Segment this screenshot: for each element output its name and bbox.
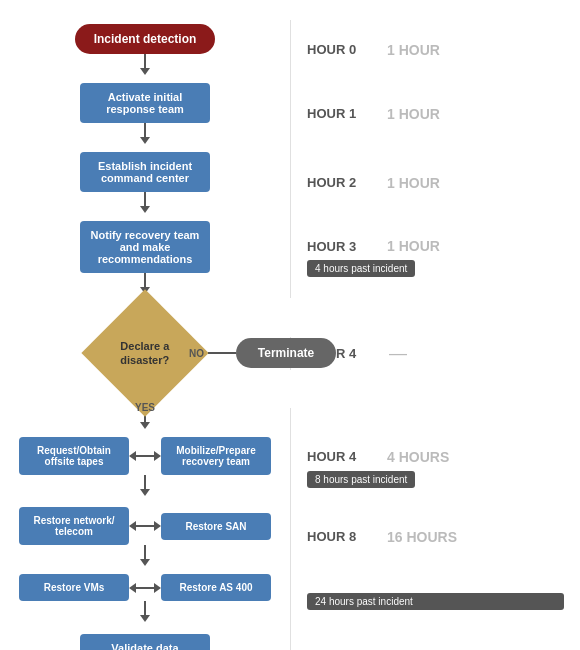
dash-4: — [389,343,407,364]
side-nodes-5: Request/Obtain offsite tapes Mobilize/Pr… [0,437,290,475]
activate-node: Activate initial response team [80,83,210,123]
tl-left-6: Restore network/ telecom Restore SAN [0,503,290,570]
timeline-row-1: Activate initial response team HOUR 1 1 … [0,79,580,148]
hour-row-6: HOUR 8 16 HOURS [307,529,564,545]
hour-row-0: HOUR 0 1 HOUR [307,42,564,58]
tl-left-0: Incident detection [0,20,290,79]
tl-left-3: Notify recovery team and make recommenda… [0,217,290,298]
restore-net-node: Restore network/ telecom [19,507,129,545]
tl-left-2: Establish incident command center [0,148,290,217]
double-line-5 [136,455,154,457]
restore-vms-node: Restore VMs [19,574,129,601]
terminate-node: Terminate [236,338,336,368]
yes-label: YES [135,402,155,413]
notify-node: Notify recovery team and make recommenda… [80,221,210,273]
timeline-row-6: Restore network/ telecom Restore SAN HOU… [0,503,580,570]
hour-row-1: HOUR 1 1 HOUR [307,106,564,122]
restore-as-node: Restore AS 400 [161,574,271,601]
tl-left-7: Restore VMs Restore AS 400 [0,570,290,630]
no-connector [208,352,236,354]
double-line-6 [136,525,154,527]
timeline-row-2: Establish incident command center HOUR 2… [0,148,580,217]
badge-7: 24 hours past incident [307,593,564,610]
right-arrow-6 [154,521,161,531]
arrow-2 [140,206,150,213]
tl-left-1: Activate initial response team [0,79,290,148]
tl-right-8: HOUR 24 10 HOURS [290,630,580,650]
hour-row-4: HOUR 4 — [307,343,564,364]
tl-left-5: Request/Obtain offsite tapes Mobilize/Pr… [0,433,290,503]
connector-1 [144,123,146,137]
tl-left-8: Validate data integrity [0,630,290,650]
yes-connector-right [290,408,580,433]
tl-right-0: HOUR 0 1 HOUR [290,20,580,79]
arrow-7 [140,615,150,622]
hour-row-2: HOUR 2 1 HOUR [307,175,564,191]
tl-right-2: HOUR 2 1 HOUR [290,148,580,217]
main-container: Incident detection HOUR 0 1 HOUR Activat… [0,0,580,650]
no-label: NO [189,348,204,359]
tl-right-1: HOUR 1 1 HOUR [290,79,580,148]
tl-left-4: Declare a disaster? NO Terminate YES [0,298,290,408]
connector-2 [144,192,146,206]
connector-3 [144,273,146,287]
arrow-0 [140,68,150,75]
request-node: Request/Obtain offsite tapes [19,437,129,475]
timeline-row-3: Notify recovery team and make recommenda… [0,217,580,298]
side-nodes-6: Restore network/ telecom Restore SAN [0,507,290,545]
timeline-row-0: Incident detection HOUR 0 1 HOUR [0,20,580,79]
left-arrow-5 [129,451,136,461]
connector-6 [144,545,146,559]
hour-row-3: HOUR 3 1 HOUR [307,238,564,254]
hour-label-0: HOUR 0 [307,42,377,57]
hour-row-5: HOUR 4 4 HOURS [307,449,564,465]
incident-node: Incident detection [75,24,215,54]
hours-value-2: 1 HOUR [387,175,440,191]
hour-label-1: HOUR 1 [307,106,377,121]
tl-right-7: 24 hours past incident [290,570,580,630]
right-arrow-5 [154,451,161,461]
connector-7 [144,601,146,615]
hours-value-1: 1 HOUR [387,106,440,122]
connector-5 [144,475,146,489]
hours-value-6: 16 HOURS [387,529,457,545]
hour-label-2: HOUR 2 [307,175,377,190]
timeline-row-5: Request/Obtain offsite tapes Mobilize/Pr… [0,433,580,503]
tl-right-3: HOUR 3 1 HOUR 4 hours past incident [290,217,580,298]
validate-data-node: Validate data integrity [80,634,210,650]
badge-5: 8 hours past incident [307,471,415,488]
yes-connector-row [0,408,580,433]
declare-text: Declare a disaster? [105,339,185,368]
timeline-row-8: Validate data integrity HOUR 24 10 HOURS [0,630,580,650]
arrow-1 [140,137,150,144]
hours-value-3: 1 HOUR [387,238,440,254]
timeline-row-4: Declare a disaster? NO Terminate YES [0,298,580,408]
tl-right-5: HOUR 4 4 HOURS 8 hours past incident [290,433,580,503]
mobilize-node: Mobilize/Prepare recovery team [161,437,271,475]
badge-3: 4 hours past incident [307,260,415,277]
arrow-5 [140,489,150,496]
double-line-7 [136,587,154,589]
restore-san-node: Restore SAN [161,513,271,540]
timeline-row-7: Restore VMs Restore AS 400 24 hours past… [0,570,580,630]
hours-value-0: 1 HOUR [387,42,440,58]
hour-label-3: HOUR 3 [307,239,377,254]
yes-conn-arrow [140,422,150,429]
hour-label-5: HOUR 4 [307,449,377,464]
side-nodes-7: Restore VMs Restore AS 400 [0,574,290,601]
left-arrow-6 [129,521,136,531]
left-arrow-7 [129,583,136,593]
arrow-6 [140,559,150,566]
right-arrow-7 [154,583,161,593]
diamond-wrapper: Declare a disaster? NO Terminate YES [0,303,290,403]
hours-value-5: 4 HOURS [387,449,449,465]
tl-right-6: HOUR 8 16 HOURS [290,503,580,570]
hour-label-6: HOUR 8 [307,529,377,544]
connector-0 [144,54,146,68]
establish-node: Establish incident command center [80,152,210,192]
